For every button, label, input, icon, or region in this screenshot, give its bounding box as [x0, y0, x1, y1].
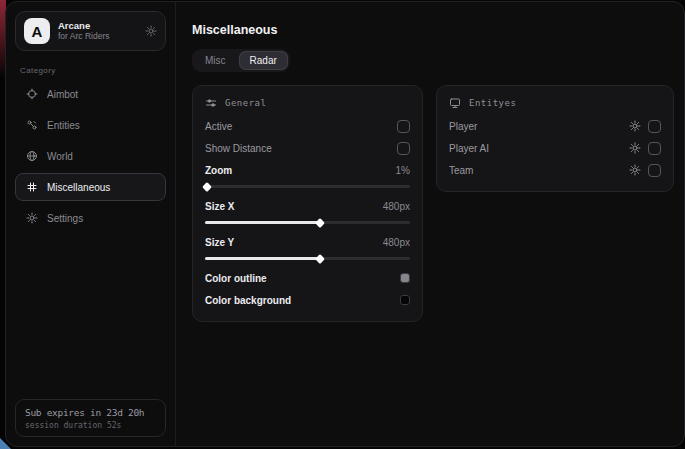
checkbox-player[interactable]	[648, 120, 661, 133]
sidebar-item-aimbot[interactable]: Aimbot	[15, 80, 166, 108]
row-player: Player	[449, 115, 661, 137]
brand-text: Arcane for Arc Riders	[58, 21, 110, 42]
sliders-icon	[205, 97, 217, 109]
cards-row: GeneralActiveShow DistanceZoom1%Size X48…	[192, 85, 674, 322]
slider-thumb[interactable]	[202, 182, 212, 192]
row-zoom: Zoom1%	[205, 159, 410, 181]
gear-icon[interactable]	[629, 142, 641, 154]
sidebar-nav: AimbotEntitiesWorldMiscellaneousSettings	[15, 80, 166, 232]
card-header-entities: Entityes	[449, 97, 661, 109]
tab-radar[interactable]: Radar	[239, 51, 288, 70]
gear-icon[interactable]	[629, 120, 641, 132]
label-player-ai: Player AI	[449, 143, 489, 154]
label-size-x: Size X	[205, 201, 234, 212]
color-swatch-color-outline[interactable]	[400, 273, 410, 283]
gear-icon	[25, 212, 38, 224]
sidebar-item-world[interactable]: World	[15, 142, 166, 170]
subscription-expiry: Sub expires in 23d 20h	[25, 407, 156, 418]
entity-controls-player-ai	[629, 142, 661, 155]
slider-thumb[interactable]	[315, 218, 325, 228]
grid-icon	[25, 181, 38, 193]
card-header-general: General	[205, 97, 410, 109]
row-color-background: Color background	[205, 289, 410, 311]
label-size-y: Size Y	[205, 237, 234, 248]
color-swatch-color-background[interactable]	[400, 295, 410, 305]
sidebar-item-label: World	[47, 151, 73, 162]
globe-icon	[25, 150, 38, 162]
subscription-box: Sub expires in 23d 20h session duration …	[15, 399, 166, 437]
value-size-x: 480px	[383, 201, 410, 212]
label-color-background: Color background	[205, 295, 291, 306]
row-player-ai: Player AI	[449, 137, 661, 159]
tab-bar: MiscRadar	[192, 49, 290, 72]
app-window: A Arcane for Arc Riders Category AimbotE…	[5, 1, 685, 447]
category-label: Category	[20, 66, 161, 75]
label-zoom: Zoom	[205, 165, 232, 176]
row-color-outline: Color outline	[205, 267, 410, 289]
brand-name: Arcane	[58, 21, 110, 31]
checkbox-player-ai[interactable]	[648, 142, 661, 155]
brand-card: A Arcane for Arc Riders	[15, 11, 166, 51]
gear-icon[interactable]	[629, 164, 641, 176]
slider-size-y[interactable]	[205, 257, 410, 260]
sidebar-item-miscellaneous[interactable]: Miscellaneous	[15, 173, 166, 201]
slider-size-x[interactable]	[205, 221, 410, 224]
row-show-distance: Show Distance	[205, 137, 410, 159]
monitor-icon	[449, 97, 461, 109]
label-player: Player	[449, 121, 477, 132]
crosshair-icon	[25, 88, 38, 100]
tab-misc[interactable]: Misc	[194, 51, 237, 70]
sidebar-item-settings[interactable]: Settings	[15, 204, 166, 232]
sidebar: A Arcane for Arc Riders Category AimbotE…	[6, 2, 176, 446]
row-active: Active	[205, 115, 410, 137]
gear-icon[interactable]	[145, 25, 157, 37]
card-title: General	[225, 98, 266, 108]
card-general: GeneralActiveShow DistanceZoom1%Size X48…	[192, 85, 423, 322]
sidebar-item-label: Settings	[47, 213, 83, 224]
brand-logo: A	[24, 18, 50, 44]
entity-controls-player	[629, 120, 661, 133]
checkbox-show-distance[interactable]	[397, 142, 410, 155]
card-entities: EntityesPlayerPlayer AITeam	[436, 85, 674, 192]
row-size-y: Size Y480px	[205, 231, 410, 253]
sidebar-item-label: Aimbot	[47, 89, 78, 100]
brand-subtitle: for Arc Riders	[58, 32, 110, 41]
row-size-x: Size X480px	[205, 195, 410, 217]
card-title: Entityes	[469, 98, 516, 108]
page-title: Miscellaneous	[192, 23, 674, 37]
slider-zoom[interactable]	[205, 185, 410, 188]
checkbox-team[interactable]	[648, 164, 661, 177]
slider-thumb[interactable]	[315, 254, 325, 264]
row-team: Team	[449, 159, 661, 181]
main-panel: Miscellaneous MiscRadar GeneralActiveSho…	[176, 2, 685, 446]
entities-icon	[25, 119, 38, 131]
label-color-outline: Color outline	[205, 273, 267, 284]
label-show-distance: Show Distance	[205, 143, 272, 154]
sidebar-item-label: Miscellaneous	[47, 182, 110, 193]
slider-fill	[205, 221, 320, 224]
sidebar-item-label: Entities	[47, 120, 80, 131]
session-duration: session duration 52s	[25, 421, 156, 430]
checkbox-active[interactable]	[397, 120, 410, 133]
label-active: Active	[205, 121, 232, 132]
slider-fill	[205, 257, 320, 260]
label-team: Team	[449, 165, 473, 176]
sidebar-item-entities[interactable]: Entities	[15, 111, 166, 139]
value-zoom: 1%	[396, 165, 410, 176]
value-size-y: 480px	[383, 237, 410, 248]
entity-controls-team	[629, 164, 661, 177]
